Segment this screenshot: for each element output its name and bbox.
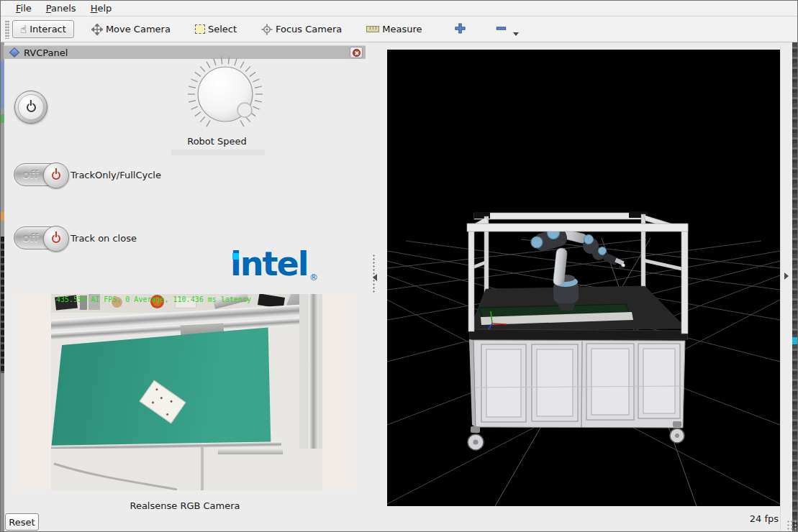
interact-tool-button[interactable]: ☝ Interact (12, 20, 74, 38)
panel-close-button[interactable] (350, 47, 363, 58)
robot-speed-knob[interactable] (182, 51, 268, 137)
realsense-camera-view: 435.554 AI FPS, 0 Average, 110.436 ms la… (15, 294, 355, 490)
strip-segment (1, 114, 4, 123)
menu-bar: File Panels Help (1, 1, 798, 17)
reset-button[interactable]: Reset (5, 513, 39, 531)
panel-diamond-icon (9, 47, 19, 58)
render-viewport-3d[interactable] (387, 50, 780, 506)
strip-segment (1, 237, 4, 373)
camera-overlay-text: 435.554 AI FPS, 0 Average, 110.436 ms la… (56, 295, 251, 303)
track-on-close-label: Track on close (71, 233, 137, 244)
cable-overlay (51, 294, 322, 490)
robot-power-button[interactable] (14, 91, 47, 124)
trackonly-fullcycle-label: TrackOnly/FullCycle (71, 170, 161, 180)
rviz-window: File Panels Help ☝ Interact Move Camera … (0, 0, 798, 532)
camera-caption: Realsense RGB Camera (15, 500, 355, 511)
menu-panels[interactable]: Panels (40, 2, 83, 14)
measure-tool-button[interactable]: Measure (359, 21, 429, 37)
intel-logo-dot (232, 253, 239, 260)
menu-file[interactable]: File (9, 2, 38, 14)
minus-icon (495, 22, 507, 35)
select-tool-button[interactable]: Select (188, 21, 244, 37)
strip-segment (1, 373, 4, 532)
crosshair-icon (261, 24, 273, 35)
toggle-knob[interactable] (43, 226, 69, 252)
collapsed-views-panel (792, 42, 798, 532)
knob-label: Robot Speed (172, 136, 262, 147)
power-button-face (18, 94, 44, 120)
window-resize-grip[interactable] (786, 520, 797, 530)
panel-splitter-handle[interactable] (372, 254, 376, 293)
collapse-right-arrow-icon[interactable] (784, 272, 789, 280)
strip-segment (792, 337, 798, 344)
knob-indicator-dot (237, 103, 252, 117)
toggle-state-label: off (22, 231, 38, 244)
power-icon (27, 103, 36, 112)
toggle-knob[interactable] (43, 162, 69, 188)
measure-tool-label: Measure (382, 24, 422, 35)
hand-cursor-icon: ☝ (20, 24, 27, 35)
interact-tool-label: Interact (30, 24, 66, 35)
collapse-left-arrow-icon[interactable] (373, 274, 377, 281)
intel-logo: intel ® (230, 247, 324, 285)
power-icon (52, 171, 60, 180)
intel-logo-text: intel (230, 244, 307, 283)
selection-box-icon (195, 24, 205, 34)
track-on-close-toggle[interactable]: off (14, 226, 67, 249)
move-arrows-icon (91, 24, 103, 35)
collapsed-views-gutter (780, 45, 792, 532)
trackonly-fullcycle-toggle[interactable]: off (14, 163, 67, 186)
plus-icon (454, 22, 466, 35)
toolbar-drag-handle[interactable] (5, 20, 9, 39)
camera-photo: 435.554 AI FPS, 0 Average, 110.436 ms la… (51, 294, 322, 490)
registered-mark: ® (309, 272, 318, 283)
ruler-icon (366, 26, 379, 32)
move-camera-tool-label: Move Camera (106, 24, 171, 35)
faded-artifact (171, 150, 265, 155)
strip-segment (1, 212, 4, 221)
focus-camera-tool-button[interactable]: Focus Camera (254, 21, 349, 38)
scene-3d (387, 50, 780, 506)
fps-counter: 24 fps (692, 513, 779, 524)
toggle-state-label: off (22, 168, 38, 181)
toolbar-overflow-arrow[interactable] (513, 32, 519, 36)
strip-segment (1, 61, 4, 109)
power-icon (52, 234, 60, 243)
focus-camera-tool-label: Focus Camera (276, 24, 342, 35)
move-camera-tool-button[interactable]: Move Camera (84, 21, 178, 38)
collapsed-displays-panel (1, 42, 4, 532)
remove-tool-button[interactable] (491, 21, 512, 38)
add-tool-button[interactable] (450, 21, 471, 38)
select-tool-label: Select (208, 24, 237, 35)
close-x-icon (353, 49, 361, 57)
menu-help[interactable]: Help (84, 2, 119, 14)
toolbar: ☝ Interact Move Camera Select (1, 17, 798, 42)
